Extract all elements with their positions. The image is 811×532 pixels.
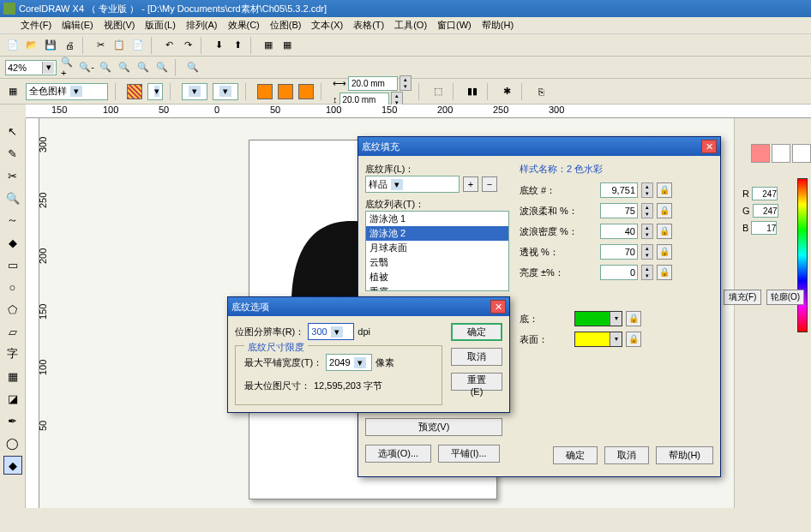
menu-view[interactable]: 视图(V)	[104, 19, 135, 32]
zoom-all-button[interactable]: 🔍	[117, 60, 132, 75]
basicshapes-tool[interactable]: ▱	[3, 322, 22, 341]
param-spin[interactable]: ▴▾	[641, 182, 653, 198]
ok-button[interactable]: 确定	[553, 446, 598, 464]
param-spin[interactable]: ▴▾	[641, 203, 653, 218]
applaunch-button[interactable]: ▦	[261, 38, 276, 53]
help-button[interactable]: 帮助(H)	[656, 446, 713, 464]
lib-add-button[interactable]: +	[463, 176, 478, 192]
width-spin[interactable]: ▴▾	[399, 75, 412, 91]
pick-tool[interactable]: ↖	[3, 122, 22, 140]
fill-type-combo[interactable]: 全色图样 ▾	[26, 83, 108, 100]
texture-listbox[interactable]: 游泳池 1 游泳池 2 月球表面 云翳 植被 重雾 砖红	[365, 211, 509, 291]
polygon-tool[interactable]: ⬠	[3, 300, 22, 319]
b-input[interactable]	[751, 221, 777, 235]
menu-bitmaps[interactable]: 位图(B)	[270, 19, 302, 32]
welcome-button[interactable]: ▦	[279, 38, 295, 53]
create-pattern-icon[interactable]: ✱	[499, 84, 514, 99]
tile-button[interactable]: 平铺(I)...	[438, 445, 500, 463]
crop-tool[interactable]: ✂	[3, 166, 22, 185]
paste-button[interactable]: 📄	[130, 38, 146, 53]
fill-tool[interactable]: ◆	[3, 456, 22, 475]
docker-tab-3[interactable]	[792, 144, 811, 163]
list-item[interactable]: 游泳池 2	[366, 226, 508, 241]
export-button[interactable]: ⬆	[230, 38, 245, 53]
docker-tab-2[interactable]	[772, 144, 790, 163]
new-button[interactable]: 📄	[5, 38, 21, 53]
ellipse-tool[interactable]: ○	[3, 278, 22, 296]
dialog-titlebar[interactable]: 底纹填充 ✕	[358, 137, 720, 156]
menu-effects[interactable]: 效果(C)	[228, 19, 260, 32]
tile-large-icon[interactable]	[298, 84, 314, 99]
zoom-selection-button[interactable]: 🔍	[98, 60, 113, 75]
zoom-page-button[interactable]: 🔍	[135, 60, 151, 75]
copy-button[interactable]: 📋	[111, 38, 127, 53]
pattern-preview[interactable]	[127, 84, 142, 99]
cut-button[interactable]: ✂	[93, 38, 108, 53]
shape-tool[interactable]: ✎	[3, 144, 22, 163]
param-input[interactable]	[600, 203, 638, 218]
outline-tool[interactable]: ◯	[3, 433, 22, 452]
zoom-width-button[interactable]: 🔍	[154, 60, 170, 75]
menu-text[interactable]: 文本(X)	[311, 19, 343, 32]
g-input[interactable]	[753, 204, 778, 218]
interactive-tool[interactable]: ◪	[3, 389, 22, 408]
ok-button[interactable]: 确定	[451, 323, 502, 341]
list-item[interactable]: 植被	[366, 270, 508, 284]
import-button[interactable]: ⬇	[211, 38, 226, 53]
tile-med-icon[interactable]	[278, 84, 293, 99]
back-color[interactable]: ▾	[213, 83, 238, 100]
cancel-button[interactable]: 取消	[604, 446, 649, 464]
param-input[interactable]	[600, 182, 638, 198]
reset-button[interactable]: 重置(E)	[451, 373, 502, 391]
color2-button[interactable]: ▾	[574, 332, 622, 347]
preview-button[interactable]: 预览(V)	[365, 418, 502, 436]
list-item[interactable]: 云翳	[366, 255, 508, 270]
close-icon[interactable]: ✕	[701, 140, 717, 153]
fill-type-icon[interactable]: ▦	[5, 84, 21, 99]
param-spin[interactable]: ▴▾	[641, 265, 653, 280]
color-slider[interactable]	[797, 178, 808, 332]
param-lock[interactable]: 🔒	[657, 265, 672, 280]
redo-button[interactable]: ↷	[180, 38, 195, 53]
text-tool[interactable]: 字	[3, 344, 22, 363]
menu-window[interactable]: 窗口(W)	[437, 19, 472, 32]
lib-remove-button[interactable]: −	[482, 176, 497, 192]
param-input[interactable]	[600, 224, 638, 239]
zoom-in-button[interactable]: 🔍+	[60, 60, 75, 75]
list-item[interactable]: 重雾	[366, 284, 508, 291]
pattern-width-input[interactable]	[348, 76, 398, 91]
param-lock[interactable]: 🔒	[657, 224, 672, 239]
tile-small-icon[interactable]	[257, 84, 273, 99]
param-lock[interactable]: 🔒	[657, 203, 672, 218]
table-tool[interactable]: ▦	[3, 367, 22, 386]
color1-button[interactable]: ▾	[574, 311, 622, 326]
cancel-button[interactable]: 取消	[451, 348, 502, 366]
menu-edit[interactable]: 编辑(E)	[62, 19, 93, 32]
pattern-dropdown[interactable]: ▾	[147, 83, 163, 100]
param-spin[interactable]: ▴▾	[641, 244, 653, 260]
close-icon[interactable]: ✕	[490, 300, 506, 314]
zoom-combo[interactable]: 42% ▾	[5, 60, 57, 75]
outline-apply-button[interactable]: 轮廓(O)	[766, 290, 804, 305]
save-button[interactable]: 💾	[43, 38, 58, 53]
zoom-out-button[interactable]: 🔍-	[79, 60, 94, 75]
param-lock[interactable]: 🔒	[657, 244, 672, 260]
menu-tools[interactable]: 工具(O)	[394, 19, 427, 32]
smartfill-tool[interactable]: ◆	[3, 233, 22, 252]
transform-fill-icon[interactable]: ⬚	[430, 84, 446, 99]
undo-button[interactable]: ↶	[161, 38, 177, 53]
menu-arrange[interactable]: 排列(A)	[186, 19, 218, 32]
list-item[interactable]: 月球表面	[366, 241, 508, 255]
menu-layout[interactable]: 版面(L)	[145, 19, 175, 32]
chevron-down-icon[interactable]: ▾	[70, 86, 82, 97]
dpi-combo[interactable]: 300▾	[308, 323, 354, 340]
color2-lock[interactable]: 🔒	[626, 332, 641, 347]
r-input[interactable]	[752, 187, 778, 200]
mirror-icon[interactable]: ▮▮	[465, 84, 480, 99]
front-color[interactable]: ▾	[182, 83, 207, 100]
lib-combo[interactable]: 样品▾	[365, 176, 460, 193]
copy-fill-icon[interactable]: ⎘	[533, 84, 549, 99]
param-input[interactable]	[600, 244, 638, 260]
rectangle-tool[interactable]: ▭	[3, 255, 22, 274]
color1-lock[interactable]: 🔒	[626, 311, 641, 326]
